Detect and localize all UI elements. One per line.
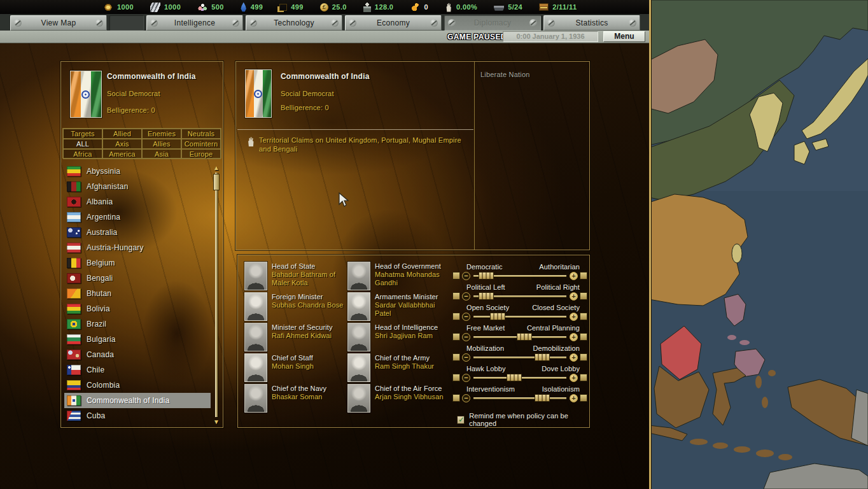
country-list-item[interactable]: Argentina — [64, 209, 211, 225]
policy-decrease-button[interactable] — [462, 292, 470, 301]
country-list-scrollbar[interactable] — [212, 164, 221, 426]
policy-left-end-button[interactable] — [452, 374, 460, 381]
nav-tab[interactable]: Diplomacy — [444, 15, 541, 31]
minister-row[interactable]: Head of State Bahadur Bathram of Maler K… — [244, 262, 347, 292]
policy-slider-thumb[interactable] — [507, 374, 522, 381]
nav-tab[interactable]: Economy — [345, 15, 442, 31]
country-list-item[interactable]: Belgium — [64, 255, 211, 271]
country-list-item[interactable]: Canada — [64, 347, 211, 362]
filter-button[interactable]: Europe — [181, 149, 221, 159]
policy-increase-button[interactable] — [570, 353, 578, 362]
policy-right-end-button[interactable] — [580, 313, 587, 320]
minister-row[interactable]: Chief of the Navy Bhaskar Soman — [244, 384, 347, 415]
scrollbar-thumb[interactable] — [213, 174, 220, 190]
country-list-item[interactable]: Albania — [64, 194, 211, 209]
policy-slider-track[interactable] — [473, 295, 566, 297]
country-list-item[interactable]: Austria-Hungary — [64, 240, 211, 255]
country-list-item[interactable]: Bhutan — [64, 286, 211, 301]
filter-button[interactable]: America — [102, 149, 142, 159]
policy-slider-track[interactable] — [473, 357, 566, 358]
policy-decrease-button[interactable] — [462, 272, 470, 280]
policy-right-end-button[interactable] — [580, 374, 587, 381]
country-list-item[interactable]: Australia — [64, 225, 211, 240]
filter-button[interactable]: Allies — [142, 139, 181, 149]
nav-tab[interactable]: Statistics — [543, 15, 640, 31]
policy-right-end-button[interactable] — [580, 272, 587, 280]
minister-row[interactable]: Head of Government Mahatma Mohandas Gand… — [347, 262, 451, 292]
policy-slider-thumb[interactable] — [517, 333, 532, 341]
policy-right-end-button[interactable] — [580, 292, 587, 300]
nav-tab[interactable]: Technology — [246, 15, 342, 31]
policy-slider-thumb[interactable] — [479, 292, 494, 300]
liberate-nation-action[interactable]: Liberate Nation — [480, 71, 530, 78]
filter-button[interactable]: Neutrals — [181, 129, 221, 139]
country-list-item[interactable]: Chile — [64, 362, 211, 378]
scroll-up-button[interactable] — [212, 164, 221, 172]
policy-increase-button[interactable] — [570, 313, 578, 321]
nav-tab[interactable] — [109, 15, 144, 31]
nav-tab[interactable]: View Map — [10, 15, 107, 31]
minister-row[interactable]: Foreign Minister Subhas Chandra Bose — [244, 292, 347, 323]
filter-button[interactable]: Axis — [102, 139, 142, 149]
country-list-item[interactable]: Abyssinia — [64, 164, 211, 179]
policy-decrease-button[interactable] — [462, 374, 470, 382]
world-map[interactable] — [649, 0, 868, 489]
country-list-item[interactable]: Afghanistan — [64, 179, 211, 194]
policy-slider-thumb[interactable] — [535, 353, 550, 361]
policy-increase-button[interactable] — [570, 374, 578, 382]
country-list-item[interactable]: Bulgaria — [64, 332, 211, 347]
policy-slider-track[interactable] — [473, 397, 566, 399]
country-list-item[interactable]: Brazil — [64, 316, 211, 332]
country-list-item[interactable]: Bengali — [64, 271, 211, 286]
policy-slider-track[interactable] — [473, 275, 566, 277]
policy-left-end-button[interactable] — [452, 292, 460, 300]
policy-slider-thumb[interactable] — [479, 272, 494, 280]
minister-row[interactable]: Chief of Staff Mohan Singh — [244, 353, 347, 384]
filter-button[interactable]: Allied — [102, 129, 142, 139]
scroll-down-button[interactable] — [212, 418, 221, 426]
filter-button[interactable]: ALL — [63, 139, 102, 149]
policy-decrease-button[interactable] — [462, 313, 470, 321]
minister-row[interactable]: Minister of Security Rafi Ahmed Kidwai — [244, 323, 347, 353]
minister-row[interactable]: Chief of the Air Force Arjan Singh Vibhu… — [347, 384, 451, 415]
policy-slider-thumb[interactable] — [490, 313, 505, 320]
policy-decrease-button[interactable] — [462, 333, 470, 341]
policy-increase-button[interactable] — [570, 272, 578, 280]
policy-right-end-button[interactable] — [580, 333, 587, 341]
tab-label: Intelligence — [158, 18, 232, 27]
policy-left-end-button[interactable] — [452, 313, 460, 320]
policy-left-end-button[interactable] — [452, 272, 460, 280]
country-list-item[interactable]: Cuba — [64, 408, 211, 423]
policy-right-end-button[interactable] — [580, 353, 587, 361]
policy-left-end-button[interactable] — [452, 394, 460, 402]
policy-slider-track[interactable] — [473, 336, 566, 338]
minister-row[interactable]: Head of Intelligence Shri Jagjivan Ram — [347, 323, 451, 353]
filter-button[interactable]: Africa — [63, 149, 102, 159]
scrollbar-track[interactable] — [215, 173, 218, 417]
minister-row[interactable]: Chief of the Army Ram Singh Thakur — [347, 353, 451, 384]
policy-slider-track[interactable] — [473, 316, 566, 318]
country-list-item[interactable]: Commonwealth of India — [64, 393, 211, 408]
policy-decrease-button[interactable] — [462, 394, 470, 402]
nav-tab[interactable]: Intelligence — [146, 15, 243, 31]
filter-button[interactable]: Comintern — [181, 139, 221, 149]
policy-increase-button[interactable] — [570, 394, 578, 402]
filter-button[interactable]: Asia — [142, 149, 181, 159]
country-list-item[interactable]: Bolivia — [64, 301, 211, 316]
menu-button[interactable]: Menu — [603, 31, 645, 42]
policy-increase-button[interactable] — [570, 333, 578, 341]
policy-slider-track[interactable] — [473, 377, 566, 379]
policy-left-label: Free Market — [466, 324, 505, 332]
policy-decrease-button[interactable] — [462, 353, 470, 362]
policy-left-end-button[interactable] — [452, 333, 460, 341]
country-list-item[interactable]: Colombia — [64, 378, 211, 393]
filter-button[interactable]: Targets — [63, 129, 102, 139]
policy-slider-thumb[interactable] — [535, 394, 550, 402]
policy-reminder-checkbox[interactable] — [457, 416, 465, 424]
minister-row[interactable]: Armaments Minister Sardar Vallabhbhai Pa… — [347, 292, 451, 323]
date-display[interactable]: 0:00 January 1, 1936 — [503, 31, 598, 42]
policy-increase-button[interactable] — [570, 292, 578, 301]
filter-button[interactable]: Enemies — [142, 129, 181, 139]
policy-left-end-button[interactable] — [452, 353, 460, 361]
policy-right-end-button[interactable] — [580, 394, 587, 402]
